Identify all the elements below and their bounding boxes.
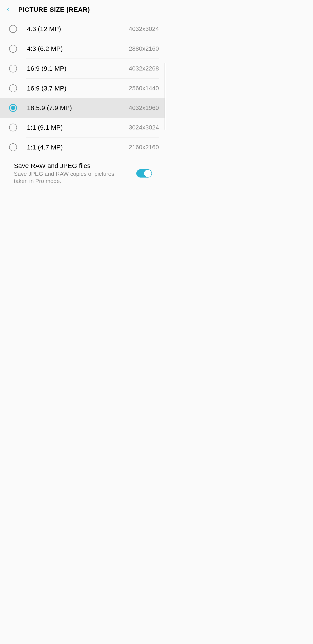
radio-button[interactable] [9,104,17,112]
scroll-indicator[interactable] [165,63,166,130]
picture-size-option[interactable]: 18.5:9 (7.9 MP)4032x1960 [0,98,166,118]
raw-jpeg-toggle[interactable] [136,169,152,178]
radio-button[interactable] [9,25,17,33]
radio-button[interactable] [9,84,17,92]
option-resolution: 4032x2268 [129,65,159,72]
option-label: 4:3 (12 MP) [27,25,129,33]
option-label: 1:1 (4.7 MP) [27,144,129,151]
option-label: 4:3 (6.2 MP) [27,45,129,52]
picture-size-option[interactable]: 4:3 (12 MP)4032x3024 [0,19,166,39]
back-button[interactable] [3,5,12,14]
raw-jpeg-title: Save RAW and JPEG files [14,162,119,170]
page-title: PICTURE SIZE (REAR) [18,6,90,13]
option-resolution: 2880x2160 [129,45,159,52]
raw-jpeg-description: Save JPEG and RAW copies of pictures tak… [14,170,119,184]
content: 4:3 (12 MP)4032x30244:3 (6.2 MP)2880x216… [0,19,166,190]
picture-size-option[interactable]: 16:9 (3.7 MP)2560x1440 [0,78,166,98]
radio-button[interactable] [9,45,17,53]
radio-button[interactable] [9,144,17,151]
radio-button[interactable] [9,124,17,132]
option-label: 1:1 (9.1 MP) [27,124,129,131]
option-resolution: 4032x3024 [129,26,159,32]
picture-size-option[interactable]: 1:1 (4.7 MP)2160x2160 [0,138,166,157]
option-label: 18.5:9 (7.9 MP) [27,104,129,112]
option-resolution: 4032x1960 [129,104,159,112]
radio-button[interactable] [9,64,17,72]
chevron-left-icon [5,7,10,12]
option-label: 16:9 (3.7 MP) [27,85,129,92]
raw-jpeg-setting[interactable]: Save RAW and JPEG files Save JPEG and RA… [7,157,159,190]
picture-size-option[interactable]: 1:1 (9.1 MP)3024x3024 [0,118,166,137]
option-resolution: 2160x2160 [129,144,159,151]
picture-size-option[interactable]: 16:9 (9.1 MP)4032x2268 [0,59,166,78]
picture-size-list: 4:3 (12 MP)4032x30244:3 (6.2 MP)2880x216… [0,19,166,157]
option-resolution: 2560x1440 [129,85,159,92]
header: PICTURE SIZE (REAR) [0,0,166,19]
option-resolution: 3024x3024 [129,124,159,131]
option-label: 16:9 (9.1 MP) [27,65,129,72]
picture-size-option[interactable]: 4:3 (6.2 MP)2880x2160 [0,39,166,58]
